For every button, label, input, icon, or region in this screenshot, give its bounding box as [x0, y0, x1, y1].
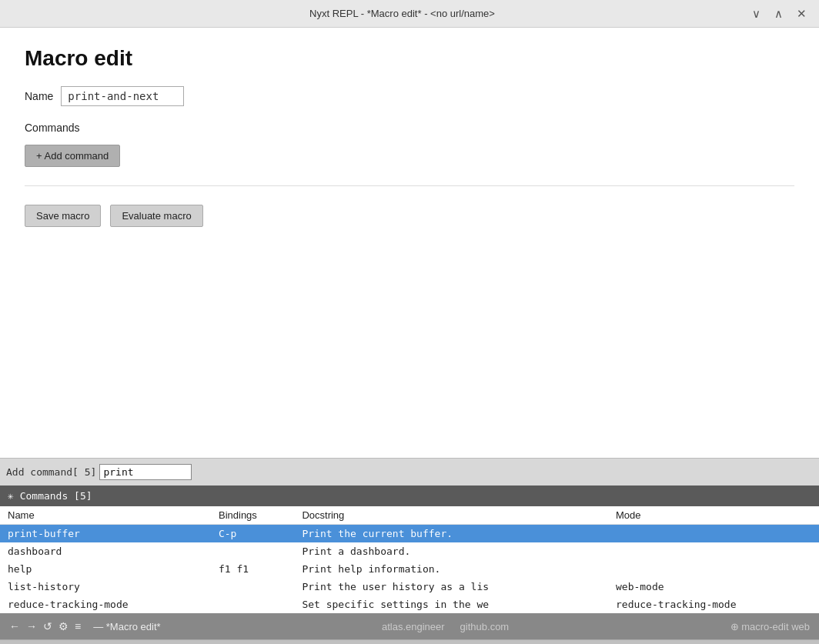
name-input[interactable]: [61, 86, 184, 106]
table-row[interactable]: dashboardPrint a dashboard.: [0, 542, 819, 560]
cell-docstring: Print the current buffer.: [294, 525, 608, 543]
col-name: Name: [0, 506, 211, 525]
cell-bindings: f1 f1: [211, 560, 294, 578]
commands-section-label: Commands: [25, 122, 794, 134]
maximize-button[interactable]: ∧: [771, 5, 786, 22]
cell-docstring: Print a dashboard.: [294, 542, 608, 560]
cell-bindings: C-p: [211, 525, 294, 543]
menu-button[interactable]: ≡: [75, 620, 81, 632]
cell-bindings: [211, 578, 294, 596]
page-title: Macro edit: [25, 46, 794, 71]
repl-input[interactable]: [99, 464, 192, 480]
minimize-button[interactable]: ∨: [749, 5, 764, 22]
cell-mode: web-mode: [608, 578, 819, 596]
status-center: atlas.engineer github.com: [382, 621, 509, 632]
status-bar: ← → ↺ ⚙ ≡ — *Macro edit* atlas.engineer …: [0, 613, 819, 639]
cell-name: reduce-tracking-mode: [0, 596, 211, 613]
cell-bindings: [211, 542, 294, 560]
cell-name: dashboard: [0, 542, 211, 560]
table-header-row: Name Bindings Docstring Mode: [0, 506, 819, 525]
name-field-row: Name: [25, 86, 794, 106]
table-row[interactable]: helpf1 f1Print help information.: [0, 560, 819, 578]
cell-mode: reduce-tracking-mode: [608, 596, 819, 613]
titlebar: Nyxt REPL - *Macro edit* - <no url/name>…: [0, 0, 819, 28]
name-label: Name: [25, 90, 53, 102]
cell-mode: [608, 542, 819, 560]
repl-input-bar: Add command[ 5]: [0, 458, 819, 486]
close-button[interactable]: ✕: [794, 5, 810, 22]
table-row[interactable]: reduce-tracking-modeSet specific setting…: [0, 596, 819, 613]
col-bindings: Bindings: [211, 506, 294, 525]
cell-docstring: Print the user history as a lis: [294, 578, 608, 596]
settings-button[interactable]: ⚙: [58, 620, 69, 632]
reload-button[interactable]: ↺: [43, 620, 52, 632]
bottom-border: [0, 639, 819, 644]
commands-header: ✳ Commands [5]: [0, 486, 819, 506]
col-docstring: Docstring: [294, 506, 608, 525]
commands-table: Name Bindings Docstring Mode print-buffe…: [0, 506, 819, 613]
cell-mode: [608, 560, 819, 578]
add-command-button[interactable]: + Add command: [25, 145, 120, 167]
window-controls: ∨ ∧ ✕: [749, 5, 810, 22]
table-row[interactable]: list-historyPrint the user history as a …: [0, 578, 819, 596]
editor-panel: Macro edit Name Commands + Add command S…: [0, 28, 819, 458]
repl-prompt: Add command[ 5]: [6, 466, 96, 478]
back-button[interactable]: ←: [9, 620, 20, 632]
cell-bindings: [211, 596, 294, 613]
repl-area: Add command[ 5] ✳ Commands [5] Name Bind…: [0, 458, 819, 613]
status-title: — *Macro edit*: [93, 621, 160, 632]
evaluate-macro-button[interactable]: Evaluate macro: [110, 205, 202, 227]
cell-docstring: Set specific settings in the we: [294, 596, 608, 613]
col-mode: Mode: [608, 506, 819, 525]
main-area: Macro edit Name Commands + Add command S…: [0, 28, 819, 613]
status-left: ← → ↺ ⚙ ≡ — *Macro edit*: [9, 620, 161, 632]
status-link-atlas[interactable]: atlas.engineer: [382, 621, 445, 632]
cell-mode: [608, 525, 819, 543]
cell-name: list-history: [0, 578, 211, 596]
cell-name: print-buffer: [0, 525, 211, 543]
cell-name: help: [0, 560, 211, 578]
commands-table-container: ✳ Commands [5] Name Bindings Docstring M…: [0, 486, 819, 613]
save-macro-button[interactable]: Save macro: [25, 205, 101, 227]
divider: [25, 185, 794, 186]
forward-button[interactable]: →: [26, 620, 37, 632]
action-row: Save macro Evaluate macro: [25, 205, 794, 227]
window-title: Nyxt REPL - *Macro edit* - <no url/name>: [55, 8, 749, 19]
cell-docstring: Print help information.: [294, 560, 608, 578]
status-link-github[interactable]: github.com: [460, 621, 510, 632]
table-row[interactable]: print-bufferC-pPrint the current buffer.: [0, 525, 819, 543]
status-right: ⊕ macro-edit web: [730, 621, 810, 632]
